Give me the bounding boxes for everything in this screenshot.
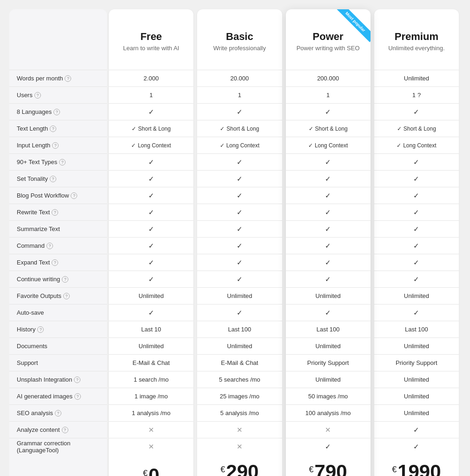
plan-cell: ✓ Long Context — [286, 137, 371, 153]
plan-cell: ✓ — [286, 153, 371, 170]
feature-row: 8 Languages? — [9, 103, 107, 120]
info-icon[interactable]: ? — [46, 243, 53, 249]
checkmark-icon: ✓ — [148, 158, 154, 166]
checkmark-icon: ✓ — [148, 258, 154, 267]
plan-cell: 1 — [109, 86, 193, 103]
cell-text: E-Mail & Chat — [221, 359, 258, 366]
plan-cell: ✓ Short & Long — [109, 120, 193, 137]
plan-subtitle: Learn to write with AI — [123, 45, 179, 52]
checkmark-icon: ✓ — [325, 309, 331, 317]
crossmark-icon: ✕ — [148, 443, 154, 451]
plan-cell: ✓ — [197, 204, 282, 220]
info-icon[interactable]: ? — [71, 192, 77, 199]
pricing-footer-power: € 790 / year cancel anytime Buy now — [286, 455, 371, 476]
info-icon[interactable]: ? — [53, 109, 60, 115]
info-icon[interactable]: ? — [62, 276, 68, 283]
info-icon[interactable]: ? — [50, 176, 56, 182]
cell-text: Priority Support — [396, 359, 437, 366]
info-icon[interactable]: ? — [417, 92, 421, 99]
short-long-value: ✓ Short & Long — [220, 126, 259, 132]
cell-text: Last 100 — [228, 326, 251, 333]
cell-text: Unlimited — [404, 343, 429, 350]
plan-cell: ✓ Short & Long — [374, 120, 459, 137]
plan-cell: ✓ — [374, 170, 459, 187]
price-amount: € 290 — [220, 462, 258, 476]
checkmark-icon: ✓ — [413, 225, 419, 233]
checkmark-icon: ✓ — [237, 192, 243, 200]
checkmark-icon: ✓ — [237, 158, 243, 166]
info-icon[interactable]: ? — [50, 126, 56, 132]
cell-text: Last 10 — [141, 326, 161, 333]
cell-text: Last 100 — [405, 326, 428, 333]
price-currency: € — [143, 469, 147, 476]
cell-text: 200.000 — [317, 75, 339, 82]
plan-cell: ✓ Short & Long — [286, 120, 371, 137]
cell-text: E-Mail & Chat — [132, 359, 170, 366]
plan-cell: ✕ — [197, 421, 282, 438]
checkmark-icon: ✓ — [148, 242, 154, 250]
pricing-table: Words per month?Users?8 Languages?Text L… — [5, 5, 465, 476]
info-icon[interactable]: ? — [37, 326, 44, 333]
plan-cell: ✓ — [286, 204, 371, 220]
plan-cell: 2.000 — [109, 70, 193, 86]
plan-col-free: Free Learn to write with AI 2.0001✓✓ Sho… — [109, 9, 193, 476]
plan-cell: ✓ — [197, 220, 282, 237]
info-icon[interactable]: ? — [74, 393, 81, 400]
plan-header-free: Free Learn to write with AI — [109, 9, 193, 70]
cell-text: Unlimited — [227, 343, 252, 350]
checkmark-icon: ✓ — [237, 309, 243, 317]
plan-header-premium: Premium Unlimited everything. — [374, 9, 459, 70]
info-icon[interactable]: ? — [52, 259, 58, 266]
plan-cell: ✓ — [109, 153, 193, 170]
checkmark-icon: ✓ — [325, 275, 331, 284]
info-icon[interactable]: ? — [52, 142, 59, 149]
crossmark-icon: ✕ — [237, 443, 243, 451]
price-block: € 0 / year free forever — [138, 466, 164, 476]
cell-text: 5 analysis /mo — [220, 410, 259, 416]
long-context-value: ✓ Long Context — [397, 142, 436, 149]
feature-row: Continue writing? — [9, 271, 107, 287]
feature-row: Blog Post Workflow? — [9, 187, 107, 204]
cell-text: 25 images /mo — [220, 393, 259, 400]
plan-cell: ✓ — [374, 438, 459, 455]
plan-cell: ✓ — [109, 220, 193, 237]
checkmark-icon: ✓ — [148, 309, 154, 317]
checkmark-icon: ✓ — [325, 108, 331, 116]
feature-row: History? — [9, 321, 107, 337]
info-icon[interactable]: ? — [74, 377, 80, 383]
checkmark-icon: ✓ — [237, 208, 243, 217]
plan-cell: ✓ — [374, 237, 459, 254]
plan-cell: ✓ — [197, 153, 282, 170]
checkmark-icon: ✓ — [148, 225, 154, 233]
info-icon[interactable]: ? — [52, 209, 58, 216]
feature-row: Unsplash Integration? — [9, 371, 107, 388]
cell-text: 1 image /mo — [134, 393, 168, 400]
info-icon[interactable]: ? — [63, 293, 70, 299]
info-icon[interactable]: ? — [34, 92, 41, 99]
crossmark-icon: ✕ — [237, 426, 243, 434]
feature-row: Input Length? — [9, 137, 107, 153]
plan-cell: ✓ — [286, 220, 371, 237]
checkmark-icon: ✓ — [237, 275, 243, 284]
cell-text: Unlimited — [404, 410, 429, 416]
cell-text: Unlimited — [316, 376, 341, 383]
plan-cell: ✓ Long Context — [197, 137, 282, 153]
plan-name: Premium — [395, 31, 438, 43]
plan-cell: ✓ — [374, 254, 459, 271]
feature-row: Auto-save — [9, 304, 107, 321]
price-block: € 290 / year cancel anytime — [220, 462, 258, 476]
checkmark-icon: ✓ — [325, 225, 331, 233]
info-icon[interactable]: ? — [62, 427, 68, 433]
cell-text: 1 — [150, 92, 153, 99]
info-icon[interactable]: ? — [55, 410, 61, 416]
plan-cell: 100 analysis /mo — [286, 404, 371, 421]
info-icon[interactable]: ? — [65, 75, 71, 82]
checkmark-icon: ✓ — [325, 443, 331, 451]
plan-name: Basic — [226, 31, 253, 43]
cell-text: 1 — [326, 92, 330, 99]
plan-cell: Unlimited — [374, 388, 459, 404]
feature-row: Words per month? — [9, 70, 107, 86]
plan-cell: Unlimited — [197, 287, 282, 304]
plan-cell: ✓ Long Context — [109, 137, 193, 153]
info-icon[interactable]: ? — [59, 159, 66, 165]
